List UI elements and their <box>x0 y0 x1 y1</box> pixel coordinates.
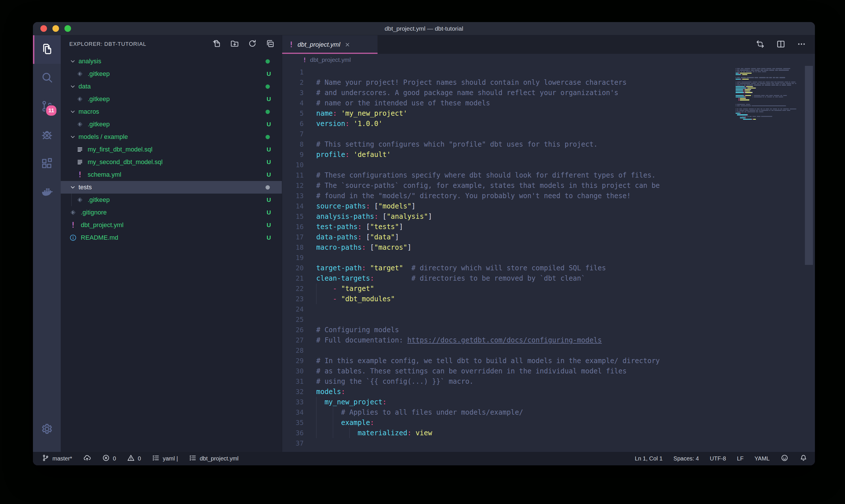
zoom-window-button[interactable] <box>65 25 71 32</box>
minimap-line <box>750 89 751 90</box>
chevron-down-icon <box>69 184 76 191</box>
chevron-down-icon <box>69 58 76 65</box>
status-linter-yaml[interactable]: yaml | <box>152 454 178 463</box>
minimap-line <box>745 110 749 111</box>
minimap-line <box>769 77 772 78</box>
minimap-line <box>736 83 736 84</box>
tree-item--gitkeep[interactable]: .gitkeepU <box>61 68 282 80</box>
tree-item--gitkeep[interactable]: .gitkeepU <box>61 93 282 105</box>
minimap-line <box>762 96 764 97</box>
tree-item--gitkeep[interactable]: .gitkeepU <box>61 118 282 130</box>
status-warning-count[interactable]: 0 <box>127 454 141 463</box>
activity-item-source-control[interactable]: 11 <box>33 92 61 121</box>
tree-item--gitkeep[interactable]: .gitkeepU <box>61 194 282 206</box>
tree-item-my-first-dbt-model-sql[interactable]: my_first_dbt_model.sqlU <box>61 143 282 156</box>
status-encoding[interactable]: UTF-8 <box>710 455 726 462</box>
minimap[interactable] <box>736 67 804 124</box>
code-editor[interactable]: 12# Name your project! Project names sho… <box>282 66 815 452</box>
status-feedback[interactable] <box>780 454 789 463</box>
tree-item-my-second-dbt-model-sql[interactable]: my_second_dbt_model.sqlU <box>61 156 282 168</box>
refresh-button[interactable] <box>247 39 258 50</box>
minimap-line <box>747 77 754 78</box>
status-language-mode[interactable]: YAML <box>754 455 770 462</box>
minimap-line <box>766 95 769 96</box>
open-changes-button[interactable] <box>754 39 766 51</box>
tree-item-models-example[interactable]: models / example <box>61 130 282 143</box>
minimap-line <box>774 82 776 83</box>
activity-item-extensions[interactable] <box>33 150 61 178</box>
status-cursor-position[interactable]: Ln 1, Col 1 <box>635 455 663 462</box>
line-number: 1 <box>282 69 304 76</box>
new-file-button[interactable] <box>211 39 222 50</box>
status-bar: master*00yaml |dbt_project.yml Ln 1, Col… <box>33 452 815 465</box>
status-linter-file[interactable]: dbt_project.yml <box>189 454 239 463</box>
new-file-icon <box>212 39 221 49</box>
line-number: 20 <box>282 264 304 272</box>
minimap-line <box>757 83 759 84</box>
new-folder-icon <box>230 39 239 49</box>
minimize-window-button[interactable] <box>52 25 59 32</box>
minimap-line <box>759 111 763 112</box>
git-file-icon <box>76 120 84 129</box>
minimap-line <box>748 88 755 89</box>
line-number: 18 <box>282 244 304 251</box>
tree-item-data[interactable]: data <box>61 80 282 93</box>
status-indentation[interactable]: Spaces: 4 <box>673 455 699 462</box>
code-lines: 12# Name your project! Project names sho… <box>282 67 815 448</box>
activity-item-docker[interactable] <box>33 178 61 207</box>
activity-item-explorer[interactable] <box>33 35 61 64</box>
minimap-line <box>736 92 743 93</box>
tree-item-dbt-project-yml[interactable]: !dbt_project.ymlU <box>61 219 282 231</box>
minimap-line <box>743 109 748 109</box>
status-sync-status[interactable] <box>83 454 91 463</box>
documentation-link[interactable]: https://docs.getdbt.com/docs/configuring… <box>407 336 602 344</box>
close-tab-icon[interactable] <box>344 41 350 48</box>
minimap-line <box>749 116 752 117</box>
code-line: 26# Configuring models <box>282 325 815 335</box>
activity-item-debug[interactable] <box>33 121 61 150</box>
minimap-line <box>780 95 783 96</box>
status-error-count[interactable]: 0 <box>102 454 116 463</box>
tab-dbt-project-yml[interactable]: ! dbt_project.yml <box>282 35 378 54</box>
warning-triangle-icon <box>127 454 135 463</box>
minimap-line <box>738 73 739 74</box>
activity-item-search[interactable] <box>33 64 61 92</box>
split-editor-button[interactable] <box>775 39 787 51</box>
chevron-down-icon <box>69 83 76 90</box>
code-line: 8# This setting configures which "profil… <box>282 139 815 149</box>
code-line: 36 materialized: view <box>282 428 815 438</box>
status-indentation-label: Spaces: 4 <box>673 455 699 462</box>
minimap-line <box>736 79 741 79</box>
editor-scrollbar[interactable] <box>805 66 813 265</box>
code-line: 32models: <box>282 386 815 397</box>
minimap-line <box>756 110 758 111</box>
minimap-line <box>766 83 771 84</box>
tree-item-label: .gitignore <box>81 209 267 216</box>
status-eol[interactable]: LF <box>737 455 743 462</box>
status-notifications[interactable] <box>799 454 808 463</box>
line-number: 5 <box>282 110 304 117</box>
tree-item--gitignore[interactable]: .gitignoreU <box>61 206 282 219</box>
collapse-all-button[interactable] <box>265 39 275 50</box>
activity-item-settings[interactable] <box>33 415 61 444</box>
minimap-line <box>741 68 743 69</box>
title-bar: dbt_project.yml — dbt-tutorial <box>33 22 815 35</box>
new-folder-button[interactable] <box>229 39 240 50</box>
minimap-line <box>736 105 736 106</box>
minimap-line <box>736 95 743 96</box>
tree-item-tests[interactable]: tests <box>61 181 282 194</box>
status-branch-status-label: master* <box>52 455 72 462</box>
more-actions-button[interactable] <box>795 39 808 51</box>
tree-item-schema-yml[interactable]: !schema.ymlU <box>61 168 282 181</box>
minimap-line <box>763 109 765 109</box>
line-number: 25 <box>282 316 304 323</box>
code-line: 30# as tables. These settings can be ove… <box>282 366 815 376</box>
close-window-button[interactable] <box>40 25 47 32</box>
status-branch-status[interactable]: master* <box>41 454 72 463</box>
breadcrumb[interactable]: ! dbt_project.yml <box>282 54 815 66</box>
status-bar-left: master*00yaml |dbt_project.yml <box>41 454 239 463</box>
minimap-line <box>753 96 753 97</box>
tree-item-readme-md[interactable]: README.mdU <box>61 231 282 244</box>
tree-item-analysis[interactable]: analysis <box>61 55 282 68</box>
tree-item-macros[interactable]: macros <box>61 105 282 118</box>
